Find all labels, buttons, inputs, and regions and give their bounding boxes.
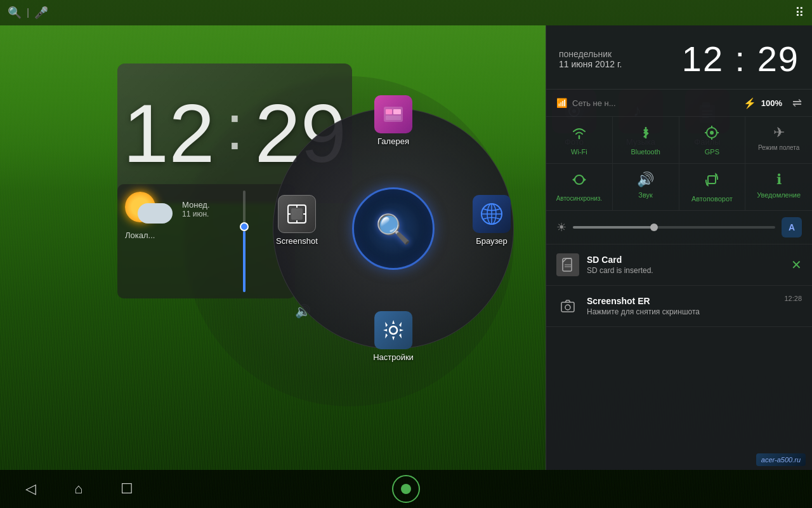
brightness-icon: ☀: [556, 220, 566, 234]
volume-slider[interactable]: [235, 184, 254, 298]
toggle-bluetooth[interactable]: Bluetooth: [613, 117, 679, 163]
svg-point-26: [710, 131, 714, 135]
slider-track: [243, 190, 246, 292]
nav-left-buttons: ◁ ⌂ ☐: [25, 481, 133, 497]
sound-label: Звук: [638, 191, 653, 199]
svg-marker-32: [572, 178, 575, 182]
radial-menu: 🔍 Галерея Screenshot: [266, 89, 520, 368]
slider-fill: [243, 231, 246, 292]
radial-item-browser[interactable]: Браузер: [473, 195, 511, 246]
sdcard-icon: [556, 253, 579, 276]
browser-label: Браузер: [476, 236, 508, 246]
toggle-notifications[interactable]: ℹ Уведомление: [745, 164, 812, 210]
screenshot-notif-icon: [556, 295, 579, 318]
svg-rect-11: [393, 109, 401, 114]
notif-date-string: 11 июня 2012 г.: [559, 59, 622, 69]
nav-center-circle[interactable]: [392, 475, 420, 503]
slider-thumb[interactable]: [240, 222, 249, 231]
notification-panel: понедельник 11 июня 2012 г. 12 : 29 📶 Се…: [546, 25, 812, 470]
gallery-icon: [374, 95, 412, 133]
status-bar-divider: |: [27, 7, 29, 18]
notif-item-screenshot[interactable]: Screenshot ER Нажмите для снятия скриншо…: [546, 286, 812, 327]
screenshot-notif-subtitle: Нажмите для снятия скриншота: [587, 307, 802, 316]
radial-item-settings[interactable]: Настройки: [373, 311, 414, 362]
notification-items: SD Card SD card is inserted. ✕ Screensho…: [546, 244, 812, 470]
radial-item-gallery[interactable]: Галерея: [374, 95, 412, 146]
screenshot-notif-time: 12:28: [784, 295, 802, 302]
home-button[interactable]: ⌂: [74, 481, 82, 497]
clock-separator: :: [226, 95, 244, 159]
brightness-row: ☀ A: [546, 211, 812, 244]
nav-center: [392, 475, 420, 503]
weather-cloud-icon: [138, 203, 173, 224]
notif-status-row: 📶 Сеть не н... ⚡ 100% ⇌: [546, 90, 812, 117]
sync-label: Автосинхрониз.: [556, 195, 603, 202]
status-bar: 🔍 | 🎤 ⠿: [0, 0, 812, 25]
notif-date: понедельник 11 июня 2012 г.: [559, 49, 622, 69]
svg-rect-14: [291, 208, 303, 220]
sdcard-dismiss-button[interactable]: ✕: [791, 257, 802, 272]
notif-day-name: понедельник: [559, 49, 622, 59]
brightness-thumb: [650, 224, 658, 231]
brightness-fill: [573, 226, 654, 229]
toggle-airplane-mode[interactable]: ✈ Режим полета: [745, 117, 812, 163]
toggle-sync[interactable]: Автосинхрониз.: [546, 164, 613, 210]
voice-icon[interactable]: 🎤: [34, 6, 48, 20]
airplane-toggle-icon: ✈: [773, 124, 785, 141]
rotate-label: Автоповорот: [691, 195, 733, 203]
signal-icon: 📶: [556, 98, 567, 108]
watermark: acer-a500.ru: [756, 453, 806, 465]
weather-day-label: Монед.: [182, 200, 210, 210]
radial-item-screenshot[interactable]: Screenshot: [276, 195, 318, 246]
toggle-wifi[interactable]: Wi-Fi: [546, 117, 613, 163]
gps-toggle-icon: [704, 124, 720, 145]
airplane-label: Режим полета: [758, 144, 799, 151]
quick-settings-button[interactable]: ⇌: [792, 96, 802, 110]
sound-toggle-icon: 🔊: [637, 171, 654, 188]
clock-hour: 12: [123, 92, 215, 175]
nav-bar: ◁ ⌂ ☐: [0, 470, 812, 508]
gallery-label: Галерея: [377, 137, 409, 146]
screenshot-notif-title: Screenshot ER: [587, 296, 802, 306]
quick-toggles-row2: Автосинхрониз. 🔊 Звук Автоповорот ℹ Увед…: [546, 164, 812, 211]
sdcard-subtitle: SD card is inserted.: [587, 266, 783, 275]
wifi-toggle-icon: [571, 124, 587, 145]
settings-label: Настройки: [373, 352, 414, 362]
svg-rect-33: [708, 176, 716, 184]
notif-clock: 12 : 29: [682, 38, 799, 79]
screenshot-icon: [278, 195, 316, 233]
sync-toggle-icon: [571, 171, 587, 192]
notifications-toggle-icon: ℹ: [776, 171, 782, 188]
svg-rect-12: [386, 116, 401, 120]
toggle-autorotate[interactable]: Автоповорот: [679, 164, 746, 210]
auto-brightness-button[interactable]: A: [782, 217, 802, 237]
weather-location: Локал...: [125, 231, 287, 240]
sdcard-content: SD Card SD card is inserted.: [587, 255, 783, 275]
rotate-toggle-icon: [704, 171, 720, 192]
settings-icon: [374, 311, 412, 349]
radial-center-search[interactable]: 🔍: [352, 187, 435, 270]
weather-date-label: 11 июн.: [182, 210, 210, 218]
battery-icon: ⚡: [743, 97, 756, 109]
toggle-gps[interactable]: GPS: [679, 117, 746, 163]
search-icon[interactable]: 🔍: [8, 6, 22, 20]
wifi-label: Wi-Fi: [571, 148, 587, 156]
toggle-sound[interactable]: 🔊 Звук: [613, 164, 679, 210]
notif-item-sdcard[interactable]: SD Card SD card is inserted. ✕: [546, 244, 812, 286]
notif-header: понедельник 11 июня 2012 г. 12 : 29: [546, 25, 812, 90]
screenshot-label: Screenshot: [276, 236, 318, 246]
brightness-slider[interactable]: [573, 226, 775, 229]
svg-marker-31: [584, 178, 586, 182]
watermark-text: acer-a500.ru: [756, 453, 806, 466]
radial-search-icon: 🔍: [376, 212, 411, 246]
sdcard-title: SD Card: [587, 255, 783, 265]
recent-apps-button[interactable]: ☐: [121, 481, 133, 497]
battery-percentage: 100%: [761, 98, 782, 108]
quick-toggles-row1: Wi-Fi Bluetooth: [546, 117, 812, 164]
bluetooth-label: Bluetooth: [631, 148, 660, 156]
apps-grid-icon[interactable]: ⠿: [795, 5, 804, 20]
screenshot-notif-content: Screenshot ER Нажмите для снятия скриншо…: [587, 296, 802, 316]
svg-point-23: [390, 326, 397, 334]
back-button[interactable]: ◁: [25, 481, 36, 497]
gps-label: GPS: [705, 148, 719, 156]
